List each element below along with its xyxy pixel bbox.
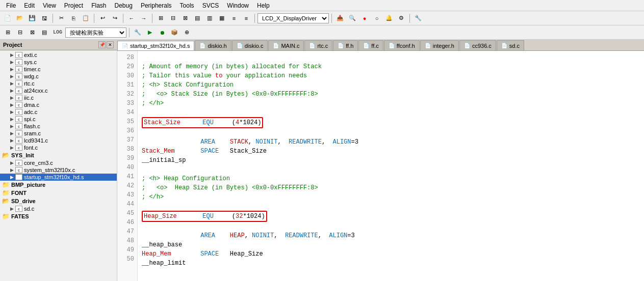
- target-dropdown[interactable]: LCD_X_DisplayDriver: [257, 13, 329, 23]
- nav-fwd-btn[interactable]: →: [138, 13, 149, 24]
- tb2-btn4[interactable]: ▤: [39, 27, 50, 38]
- tree-label: sys.c: [24, 59, 37, 65]
- line-num: 31: [120, 80, 134, 90]
- tab-ffh[interactable]: 📄 ff.h: [333, 40, 358, 50]
- tree-item-sd[interactable]: ▶ c sd.c: [0, 205, 117, 212]
- menu-peripherals[interactable]: Peripherals: [137, 1, 176, 10]
- tab-ffconf[interactable]: 📄 ffconf.h: [384, 40, 420, 50]
- sidebar-pin-btn[interactable]: 📌: [98, 41, 106, 48]
- tree-item-dma[interactable]: ▶ c dma.c: [0, 101, 117, 108]
- btn7[interactable]: ≡: [228, 13, 240, 24]
- tree-folder-fates[interactable]: 📁 FATES: [0, 212, 117, 220]
- menu-flash[interactable]: Flash: [87, 1, 110, 10]
- tab-integer[interactable]: 📄 integer.h: [420, 40, 459, 50]
- btn3[interactable]: ⊠: [179, 13, 191, 24]
- run-btn[interactable]: ○: [371, 13, 382, 24]
- tree-item-system[interactable]: ▶ c system_stm32f10x.c: [0, 166, 117, 174]
- code-line-38: Stack_Mem SPACE Stack_Size: [142, 147, 640, 156]
- tree-item-flash[interactable]: ▶ c flash.c: [0, 123, 117, 130]
- tab-rtc[interactable]: 📄 rtc.c: [304, 40, 332, 50]
- undo-btn[interactable]: ↩: [97, 13, 108, 24]
- tb2-btn7[interactable]: ⊕: [181, 27, 192, 38]
- rebuild-btn[interactable]: ⏺: [157, 27, 168, 38]
- save-all-btn[interactable]: 🖫: [39, 13, 50, 24]
- new-file-btn[interactable]: 📄: [2, 13, 13, 24]
- menu-file[interactable]: File: [2, 1, 20, 10]
- tree-folder-sysinit[interactable]: 📂 SYS_Init: [0, 151, 117, 159]
- build-btn[interactable]: ▶: [144, 27, 156, 38]
- load-btn[interactable]: 📥: [334, 13, 346, 24]
- tb2-btn1[interactable]: ⊞: [2, 27, 13, 38]
- tree-item-sys[interactable]: ▶ c sys.c: [0, 59, 117, 66]
- expand-icon: ▶: [10, 175, 14, 180]
- cut-btn[interactable]: ✂: [56, 13, 67, 24]
- gear-btn[interactable]: ⚙: [396, 13, 407, 24]
- tab-diskio-h[interactable]: 📄 diskio.h: [195, 40, 231, 50]
- line-num: 50: [120, 255, 134, 264]
- menu-edit[interactable]: Edit: [20, 1, 39, 10]
- copy-btn[interactable]: ⎘: [68, 13, 79, 24]
- tree-folder-sddrive[interactable]: 📂 SD_drive: [0, 197, 117, 205]
- tree-item-wdg[interactable]: ▶ c wdg.c: [0, 73, 117, 80]
- tree-item-at24cxx[interactable]: ▶ c at24cxx.c: [0, 87, 117, 94]
- tree-item-startup[interactable]: ▶ s startup_stm32f10x_hd.s: [0, 174, 117, 181]
- btn5[interactable]: ▥: [204, 13, 215, 24]
- nav-back-btn[interactable]: ←: [126, 13, 137, 24]
- btn8[interactable]: ≡: [241, 13, 252, 24]
- tree-label: lcd9341.c: [24, 137, 48, 144]
- tree-item-sram[interactable]: ▶ c sram.c: [0, 130, 117, 137]
- btn4[interactable]: ▤: [192, 13, 203, 24]
- menu-debug[interactable]: Debug: [111, 1, 137, 10]
- tree-item-spi[interactable]: ▶ c spi.c: [0, 116, 117, 123]
- btn1[interactable]: ⊞: [155, 13, 166, 24]
- sidebar-close-btn[interactable]: ✕: [107, 41, 114, 48]
- step-btn[interactable]: 🔔: [383, 13, 395, 24]
- tb2-btn2[interactable]: ⊟: [14, 27, 25, 38]
- tree-label: SD_drive: [11, 198, 36, 204]
- tree-item-core[interactable]: ▶ c core_cm3.c: [0, 159, 117, 166]
- tree-item-rtc[interactable]: ▶ c rtc.c: [0, 80, 117, 87]
- code-content[interactable]: ; Amount of memory (in bytes) allocated …: [138, 51, 644, 281]
- tree-item-adc[interactable]: ▶ c adc.c: [0, 108, 117, 116]
- tab-label: sd.c: [509, 43, 520, 49]
- debug-btn[interactable]: 🔍: [347, 13, 358, 24]
- tab-main[interactable]: 📄 MAIN.c: [268, 40, 304, 50]
- save-btn[interactable]: 💾: [27, 13, 38, 24]
- paste-btn[interactable]: 📋: [80, 13, 91, 24]
- tab-startup[interactable]: 📄 startup_stm32f10x_hd.s: [117, 41, 194, 51]
- line-num: 41: [120, 172, 134, 181]
- tab-label: ff.c: [371, 43, 378, 49]
- menu-project[interactable]: Project: [60, 1, 87, 10]
- extra-btn[interactable]: 🔧: [413, 13, 424, 24]
- open-btn[interactable]: 📂: [14, 13, 25, 24]
- stop-btn[interactable]: ●: [359, 13, 370, 24]
- tab-diskio-c[interactable]: 📄 diskio.c: [232, 40, 268, 50]
- tab-cc936[interactable]: 📄 cc936.c: [459, 40, 496, 50]
- code-line-40: [142, 165, 640, 174]
- menu-tools[interactable]: Tools: [176, 1, 198, 10]
- menu-svcs[interactable]: SVCS: [198, 1, 223, 10]
- tree-item-lcd9341[interactable]: ▶ c lcd9341.c: [0, 137, 117, 144]
- menu-window[interactable]: Window: [223, 1, 253, 10]
- tree-folder-bmp[interactable]: 📁 BMP_picture: [0, 181, 117, 189]
- tree-label: spi.c: [24, 116, 36, 122]
- tb2-btn5[interactable]: 🔧: [132, 27, 143, 38]
- tree-item-font[interactable]: ▶ c font.c: [0, 144, 117, 151]
- tab-sd[interactable]: 📄 sd.c: [497, 40, 524, 50]
- sidebar: Project 📌 ✕ ▶ c exti.c ▶ c sys.c: [0, 40, 117, 281]
- tb2-btn3[interactable]: ⊠: [27, 27, 38, 38]
- project-dropdown[interactable]: 按键检测实验: [65, 27, 126, 38]
- btn6[interactable]: ▦: [216, 13, 227, 24]
- redo-btn[interactable]: ↪: [109, 13, 120, 24]
- expand-icon: ▶: [10, 167, 14, 173]
- tree-item-iic[interactable]: ▶ c iic.c: [0, 94, 117, 101]
- tree-folder-font[interactable]: 📁 FONT: [0, 189, 117, 197]
- btn2[interactable]: ⊟: [167, 13, 178, 24]
- tb2-btn6[interactable]: 📦: [169, 27, 180, 38]
- tree-item-timer[interactable]: ▶ c timer.c: [0, 66, 117, 73]
- tree-item-exti[interactable]: ▶ c exti.c: [0, 51, 117, 59]
- expand-icon: ▶: [10, 109, 14, 115]
- tab-ffc[interactable]: 📄 ff.c: [358, 40, 383, 50]
- menu-help[interactable]: Help: [253, 1, 274, 10]
- menu-view[interactable]: View: [39, 1, 60, 10]
